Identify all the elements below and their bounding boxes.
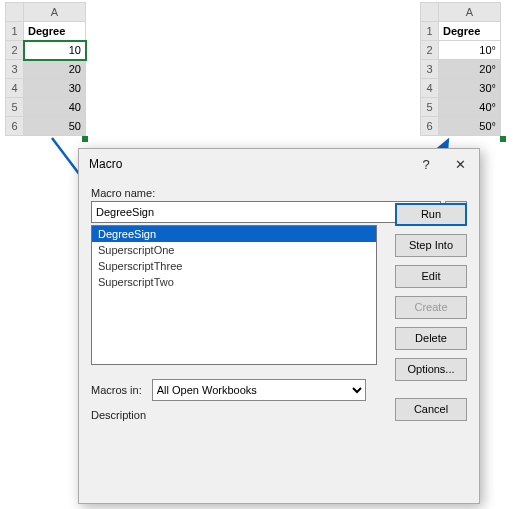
row-header[interactable]: 6 bbox=[421, 117, 439, 136]
cell[interactable]: 10° bbox=[439, 41, 501, 60]
run-button[interactable]: Run bbox=[395, 203, 467, 226]
row-header[interactable]: 2 bbox=[421, 41, 439, 60]
col-header-A[interactable]: A bbox=[439, 3, 501, 22]
delete-button[interactable]: Delete bbox=[395, 327, 467, 350]
macro-list-item[interactable]: SuperscriptOne bbox=[92, 242, 376, 258]
cell[interactable]: 30° bbox=[439, 79, 501, 98]
macro-list-item[interactable]: DegreeSign bbox=[92, 226, 376, 242]
dialog-button-column: Run Step Into Edit Create Delete Options… bbox=[395, 203, 467, 381]
row-header[interactable]: 3 bbox=[421, 60, 439, 79]
right-spreadsheet: A 1 Degree 210° 320° 430° 540° 650° bbox=[420, 2, 501, 136]
left-spreadsheet: A 1 Degree 210 320 430 540 650 bbox=[5, 2, 86, 136]
cell[interactable]: 50° bbox=[439, 117, 501, 136]
cancel-button[interactable]: Cancel bbox=[395, 398, 467, 421]
macro-list-item[interactable]: SuperscriptThree bbox=[92, 258, 376, 274]
macros-in-select[interactable]: All Open Workbooks bbox=[152, 379, 366, 401]
close-button[interactable]: ✕ bbox=[443, 151, 477, 177]
cell[interactable]: 40° bbox=[439, 98, 501, 117]
close-icon: ✕ bbox=[455, 157, 466, 172]
row-header[interactable]: 6 bbox=[6, 117, 24, 136]
cell[interactable]: 50 bbox=[24, 117, 86, 136]
row-header[interactable]: 1 bbox=[421, 22, 439, 41]
cell[interactable]: 30 bbox=[24, 79, 86, 98]
selection-handle-icon[interactable] bbox=[500, 136, 506, 142]
options-button[interactable]: Options... bbox=[395, 358, 467, 381]
row-header[interactable]: 4 bbox=[421, 79, 439, 98]
row-header[interactable]: 4 bbox=[6, 79, 24, 98]
cell-A1[interactable]: Degree bbox=[439, 22, 501, 41]
col-header-A[interactable]: A bbox=[24, 3, 86, 22]
cell[interactable]: 20° bbox=[439, 60, 501, 79]
row-header[interactable]: 3 bbox=[6, 60, 24, 79]
macro-list-item[interactable]: SuperscriptTwo bbox=[92, 274, 376, 290]
macro-list[interactable]: DegreeSign SuperscriptOne SuperscriptThr… bbox=[91, 225, 377, 365]
macro-name-label: Macro name: bbox=[91, 187, 467, 199]
edit-button[interactable]: Edit bbox=[395, 265, 467, 288]
titlebar[interactable]: Macro ? ✕ bbox=[79, 149, 479, 179]
row-header[interactable]: 1 bbox=[6, 22, 24, 41]
corner-cell[interactable] bbox=[6, 3, 24, 22]
help-icon: ? bbox=[422, 157, 429, 172]
row-header[interactable]: 5 bbox=[421, 98, 439, 117]
macros-in-label: Macros in: bbox=[91, 384, 142, 396]
cell[interactable]: 40 bbox=[24, 98, 86, 117]
step-into-button[interactable]: Step Into bbox=[395, 234, 467, 257]
dialog-title: Macro bbox=[89, 157, 409, 171]
row-header[interactable]: 2 bbox=[6, 41, 24, 60]
create-button: Create bbox=[395, 296, 467, 319]
cell[interactable]: 20 bbox=[24, 60, 86, 79]
macro-dialog: Macro ? ✕ Macro name: ↥ DegreeSign Super… bbox=[78, 148, 480, 504]
selection-handle-icon[interactable] bbox=[82, 136, 88, 142]
help-button[interactable]: ? bbox=[409, 151, 443, 177]
row-header[interactable]: 5 bbox=[6, 98, 24, 117]
macro-name-input[interactable] bbox=[91, 201, 441, 223]
cell-A1[interactable]: Degree bbox=[24, 22, 86, 41]
cell[interactable]: 10 bbox=[24, 41, 86, 60]
corner-cell[interactable] bbox=[421, 3, 439, 22]
